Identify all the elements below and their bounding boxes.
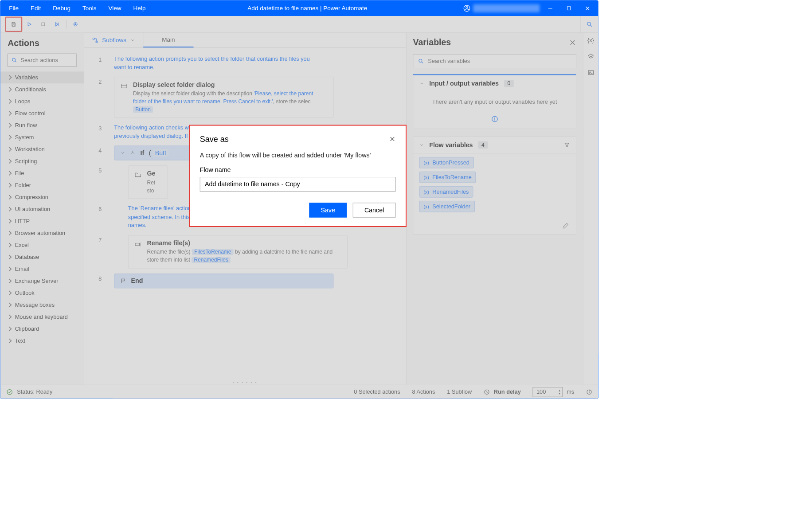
- flow-name-input[interactable]: [200, 177, 396, 192]
- dialog-description: A copy of this flow will be created and …: [200, 152, 396, 159]
- minimize-button[interactable]: [542, 0, 558, 16]
- dialog-close-button[interactable]: [389, 136, 396, 142]
- menu-view[interactable]: View: [102, 0, 127, 16]
- save-button[interactable]: Save: [309, 203, 347, 218]
- maximize-button[interactable]: [561, 0, 577, 16]
- cancel-button[interactable]: Cancel: [353, 203, 396, 218]
- title-bar: FileEditDebugToolsViewHelp Add datetime …: [0, 0, 598, 16]
- menu-tools[interactable]: Tools: [77, 0, 103, 16]
- menu-edit[interactable]: Edit: [25, 0, 47, 16]
- menu-debug[interactable]: Debug: [47, 0, 77, 16]
- menu-help[interactable]: Help: [127, 0, 152, 16]
- save-as-dialog: Save as A copy of this flow will be crea…: [189, 125, 407, 227]
- svg-rect-3: [567, 7, 571, 10]
- menu-file[interactable]: File: [3, 0, 25, 16]
- dialog-title: Save as: [200, 134, 389, 144]
- menu-bar: FileEditDebugToolsViewHelp: [3, 0, 152, 16]
- window-title: Add datetime to file names | Power Autom…: [152, 5, 463, 12]
- flow-name-label: Flow name: [200, 166, 396, 174]
- close-button[interactable]: [579, 0, 595, 16]
- account-name-redacted: [473, 4, 540, 12]
- svg-point-1: [466, 6, 468, 8]
- account-icon: [463, 4, 471, 12]
